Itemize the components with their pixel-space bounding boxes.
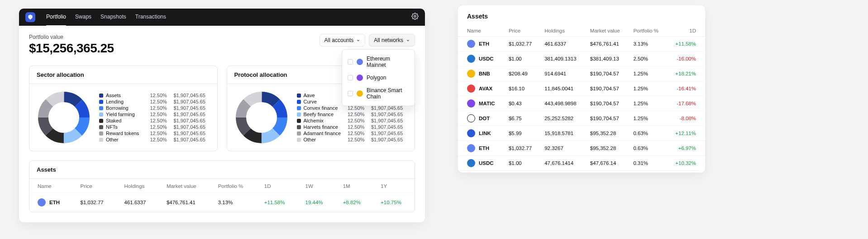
portfolio-pct: 3.13% <box>211 194 256 211</box>
market-value: $476,761.41 <box>586 37 629 52</box>
market-value: $95,352.28 <box>586 141 629 156</box>
sector-allocation-panel: Sector allocation Assets 12.50% $1,907,0… <box>29 66 218 151</box>
legend-value: $1,907,045.65 <box>174 99 210 104</box>
column-header[interactable]: Holdings <box>540 25 586 37</box>
portfolio-pct: 2.50% <box>629 52 667 66</box>
legend-swatch <box>297 119 301 123</box>
legend-row: Staked 12.50% $1,907,045.65 <box>99 117 210 124</box>
column-header[interactable]: 1D <box>257 180 297 193</box>
legend-swatch <box>297 125 301 129</box>
checkbox-icon <box>348 59 353 65</box>
accounts-filter[interactable]: All accounts <box>320 34 366 47</box>
table-row[interactable]: LINK $5.99 15,918.5781 $95,352.28 0.63% … <box>458 126 705 141</box>
asset-icon <box>467 144 475 152</box>
column-header[interactable]: Price <box>73 180 116 193</box>
table-row[interactable]: ETH $1,032.77 92.3267 $95,352.28 0.63% +… <box>458 141 705 156</box>
change-1m: +8.82% <box>336 194 372 211</box>
asset-icon <box>38 198 46 206</box>
column-header[interactable]: 1Y <box>373 180 414 193</box>
asset-name: AVAX <box>479 86 492 91</box>
legend-name: Adamant finance <box>304 131 345 136</box>
legend-pct: 12.50% <box>150 105 171 111</box>
column-header[interactable]: Name <box>30 180 72 193</box>
checkbox-icon <box>348 91 353 96</box>
network-label: Binance Smart Chain <box>367 87 409 100</box>
assets-table: NamePriceHoldingsMarket valuePortfolio %… <box>458 25 705 171</box>
protocol-donut-chart <box>234 90 289 145</box>
network-icon <box>357 90 363 97</box>
legend-value: $1,907,045.65 <box>174 118 210 123</box>
holdings: 461.6337 <box>540 37 586 52</box>
legend-row: Beefy finance 12.50% $1,907,045.65 <box>297 111 408 117</box>
column-header[interactable]: 1D <box>667 25 705 37</box>
legend-value: $1,907,045.65 <box>371 131 407 136</box>
table-row[interactable]: ETH $1,032.77 461.6337 $476,761.41 3.13%… <box>30 194 414 211</box>
legend-row: NFTs 12.50% $1,907,045.65 <box>99 124 210 130</box>
legend-name: Reward tokens <box>106 131 148 136</box>
asset-name: LINK <box>479 131 491 136</box>
network-label: Ethereum Mainnet <box>367 56 409 68</box>
change-1d: +12.11% <box>667 126 705 141</box>
legend-swatch <box>297 112 301 117</box>
table-row[interactable]: BNB $208.49 914.6941 $190,704.57 1.25% +… <box>458 66 705 81</box>
table-row[interactable]: AVAX $16.10 11,845.0041 $190,704.57 1.25… <box>458 81 705 96</box>
price: $16.10 <box>504 81 540 96</box>
asset-name: DOT <box>479 116 490 121</box>
network-option[interactable]: Polygon <box>342 71 415 84</box>
column-header[interactable]: Price <box>504 25 540 37</box>
legend-swatch <box>99 125 103 129</box>
column-header[interactable]: Portfolio % <box>629 25 667 37</box>
asset-icon <box>467 70 475 78</box>
legend-swatch <box>99 94 103 98</box>
legend-name: NFTs <box>106 124 148 130</box>
market-value: $95,352.28 <box>586 126 629 141</box>
networks-dropdown: Ethereum Mainnet Polygon Binance Smart C… <box>342 49 415 106</box>
nav-item-transactions[interactable]: Transactions <box>135 8 166 26</box>
asset-icon <box>467 99 475 108</box>
legend-swatch <box>297 138 301 142</box>
assets-title: Assets <box>458 13 705 25</box>
legend-pct: 12.50% <box>150 118 171 123</box>
network-option[interactable]: Ethereum Mainnet <box>342 52 415 71</box>
legend-swatch <box>297 106 301 110</box>
networks-filter[interactable]: All networks <box>369 34 415 47</box>
column-header[interactable]: Market value <box>159 180 210 193</box>
market-value: $47,676.14 <box>586 156 629 171</box>
table-row[interactable]: ETH $1,032.77 461.6337 $476,761.41 3.13%… <box>458 37 705 52</box>
settings-button[interactable] <box>411 13 419 22</box>
legend-pct: 12.50% <box>150 137 171 142</box>
legend-pct: 12.50% <box>348 112 368 117</box>
app-logo[interactable] <box>25 12 35 22</box>
column-header[interactable]: 1W <box>298 180 335 193</box>
holdings: 381,409.1313 <box>540 52 586 66</box>
price: $208.49 <box>504 66 540 81</box>
market-value: $381,409.13 <box>586 52 629 66</box>
table-row[interactable]: MATIC $0.43 443,498.9898 $190,704.57 1.2… <box>458 96 705 111</box>
legend-value: $1,907,045.65 <box>174 93 210 98</box>
legend-value: $1,907,045.65 <box>174 124 210 130</box>
column-header[interactable]: Market value <box>586 25 629 37</box>
change-1w: 19.44% <box>298 194 335 211</box>
table-row[interactable]: DOT $6.75 25,252.5282 $190,704.57 1.25% … <box>458 111 705 126</box>
change-1d: -16.41% <box>667 81 705 96</box>
assets-title: Assets <box>29 161 415 179</box>
panel-title: Sector allocation <box>29 66 217 84</box>
price: $1,032.77 <box>504 141 540 156</box>
nav-item-swaps[interactable]: Swaps <box>75 8 91 26</box>
table-row[interactable]: USDC $1.00 381,409.1313 $381,409.13 2.50… <box>458 52 705 66</box>
portfolio-value: $15,256,365.25 <box>29 41 114 56</box>
portfolio-pct: 0.31% <box>629 156 667 171</box>
nav-item-portfolio[interactable]: Portfolio <box>46 8 66 26</box>
price: $1.00 <box>504 52 540 66</box>
legend-row: Harvets finance 12.50% $1,907,045.65 <box>297 124 408 130</box>
column-header[interactable]: Portfolio % <box>211 180 256 193</box>
nav-item-snapshots[interactable]: Snapshots <box>100 8 126 26</box>
legend-name: Staked <box>106 118 148 123</box>
column-header[interactable]: 1M <box>336 180 372 193</box>
column-header[interactable]: Holdings <box>117 180 158 193</box>
svg-point-0 <box>414 15 416 17</box>
network-option[interactable]: Binance Smart Chain <box>342 84 415 103</box>
table-row[interactable]: USDC $1.00 47,676.1414 $47,676.14 0.31% … <box>458 156 705 171</box>
portfolio-pct: 1.25% <box>629 81 667 96</box>
column-header[interactable]: Name <box>458 25 504 37</box>
